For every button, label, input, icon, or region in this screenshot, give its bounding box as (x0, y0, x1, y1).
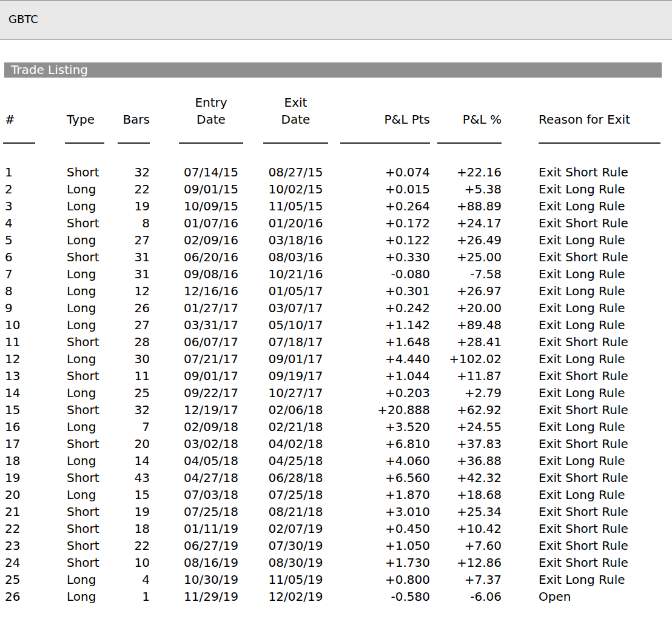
cell-exit: 10/02/15 (263, 181, 328, 198)
header-entry-line1: Entry (179, 94, 243, 111)
trade-row: 10Long2703/31/1705/10/17+1.142+89.48Exit… (0, 316, 672, 333)
header-pl-pts: P&L Pts (340, 111, 430, 128)
cell-reason: Exit Short Rule (539, 469, 668, 486)
underline-pl-pct (437, 142, 502, 144)
cell-pl_pts: +1.050 (340, 537, 430, 554)
cell-pl_pct: +62.92 (437, 401, 502, 418)
cell-exit: 02/21/18 (263, 418, 328, 435)
cell-entry: 09/01/17 (179, 367, 243, 384)
cell-num: 7 (5, 266, 41, 283)
cell-bars: 27 (109, 232, 150, 249)
cell-entry: 06/20/16 (179, 249, 243, 266)
cell-bars: 7 (109, 418, 150, 435)
cell-reason: Exit Long Rule (539, 198, 668, 215)
cell-entry: 08/16/19 (179, 554, 243, 571)
underline-entry (179, 142, 243, 144)
cell-pl_pts: +0.172 (340, 215, 430, 232)
cell-num: 5 (5, 232, 41, 249)
cell-pl_pts: -0.080 (340, 266, 430, 283)
cell-num: 25 (5, 571, 41, 588)
cell-pl_pts: +0.450 (340, 520, 430, 537)
cell-exit: 07/18/17 (263, 333, 328, 350)
cell-exit: 12/02/19 (263, 588, 328, 605)
cell-pl_pts: +4.060 (340, 452, 430, 469)
cell-bars: 32 (109, 401, 150, 418)
cell-exit: 06/28/18 (263, 469, 328, 486)
cell-bars: 20 (109, 435, 150, 452)
cell-pl_pts: +0.122 (340, 232, 430, 249)
cell-reason: Exit Short Rule (539, 435, 668, 452)
cell-pl_pct: +18.68 (437, 486, 502, 503)
cell-pl_pct: +25.34 (437, 503, 502, 520)
cell-bars: 28 (109, 333, 150, 350)
cell-num: 10 (5, 316, 41, 333)
trade-row: 5Long2702/09/1603/18/16+0.122+26.49Exit … (0, 232, 672, 249)
trade-row: 18Long1404/05/1804/25/18+4.060+36.88Exit… (0, 452, 672, 469)
cell-exit: 11/05/19 (263, 571, 328, 588)
cell-reason: Exit Long Rule (539, 418, 668, 435)
cell-bars: 22 (109, 537, 150, 554)
cell-num: 12 (5, 350, 41, 367)
cell-bars: 14 (109, 452, 150, 469)
cell-pl_pct: +20.00 (437, 299, 502, 316)
cell-num: 19 (5, 469, 41, 486)
cell-exit: 09/19/17 (263, 367, 328, 384)
trade-row: 22Short1801/11/1902/07/19+0.450+10.42Exi… (0, 520, 672, 537)
cell-pl_pts: +6.560 (340, 469, 430, 486)
cell-exit: 10/27/17 (263, 384, 328, 401)
cell-exit: 01/05/17 (263, 283, 328, 299)
cell-pl_pts: +1.648 (340, 333, 430, 350)
cell-num: 16 (5, 418, 41, 435)
cell-pl_pts: +20.888 (340, 401, 430, 418)
cell-pl_pct: +24.55 (437, 418, 502, 435)
cell-reason: Exit Short Rule (539, 554, 668, 571)
header-exit-line2: Date (263, 111, 328, 128)
cell-pl_pct: +102.02 (437, 350, 502, 367)
underline-pl-pts (340, 142, 430, 144)
cell-pl_pct: +7.37 (437, 571, 502, 588)
cell-bars: 31 (109, 249, 150, 266)
cell-pl_pts: +6.810 (340, 435, 430, 452)
cell-entry: 10/30/19 (179, 571, 243, 588)
cell-pl_pts: +1.044 (340, 367, 430, 384)
cell-pl_pct: +11.87 (437, 367, 502, 384)
cell-exit: 04/25/18 (263, 452, 328, 469)
header-exit-line1: Exit (263, 94, 328, 111)
trade-row: 21Short1907/25/1808/21/18+3.010+25.34Exi… (0, 503, 672, 520)
cell-pl_pts: -0.580 (340, 588, 430, 605)
cell-exit: 05/10/17 (263, 316, 328, 333)
cell-reason: Exit Long Rule (539, 266, 668, 283)
cell-bars: 8 (109, 215, 150, 232)
trade-row: 1Short3207/14/1508/27/15+0.074+22.16Exit… (0, 164, 672, 181)
cell-pl_pts: +0.330 (340, 249, 430, 266)
cell-pl_pts: +3.520 (340, 418, 430, 435)
cell-entry: 04/05/18 (179, 452, 243, 469)
cell-entry: 06/27/19 (179, 537, 243, 554)
cell-reason: Exit Long Rule (539, 486, 668, 503)
trade-row: 9Long2601/27/1703/07/17+0.242+20.00Exit … (0, 299, 672, 316)
cell-bars: 43 (109, 469, 150, 486)
trade-row: 12Long3007/21/1709/01/17+4.440+102.02Exi… (0, 350, 672, 367)
cell-entry: 10/09/15 (179, 198, 243, 215)
cell-num: 17 (5, 435, 41, 452)
cell-num: 26 (5, 588, 41, 605)
cell-reason: Open (539, 588, 668, 605)
cell-entry: 07/03/18 (179, 486, 243, 503)
cell-reason: Exit Short Rule (539, 164, 668, 181)
cell-reason: Exit Long Rule (539, 452, 668, 469)
cell-reason: Exit Long Rule (539, 181, 668, 198)
trade-row: 13Short1109/01/1709/19/17+1.044+11.87Exi… (0, 367, 672, 384)
cell-bars: 11 (109, 367, 150, 384)
cell-reason: Exit Long Rule (539, 299, 668, 316)
cell-reason: Exit Short Rule (539, 520, 668, 537)
underline-reason (539, 142, 660, 144)
cell-pl_pts: +0.242 (340, 299, 430, 316)
cell-num: 21 (5, 503, 41, 520)
cell-exit: 02/06/18 (263, 401, 328, 418)
trade-row: 16Long702/09/1802/21/18+3.520+24.55Exit … (0, 418, 672, 435)
cell-reason: Exit Long Rule (539, 384, 668, 401)
cell-bars: 18 (109, 520, 150, 537)
cell-pl_pct: -7.58 (437, 266, 502, 283)
cell-exit: 07/25/18 (263, 486, 328, 503)
cell-entry: 06/07/17 (179, 333, 243, 350)
